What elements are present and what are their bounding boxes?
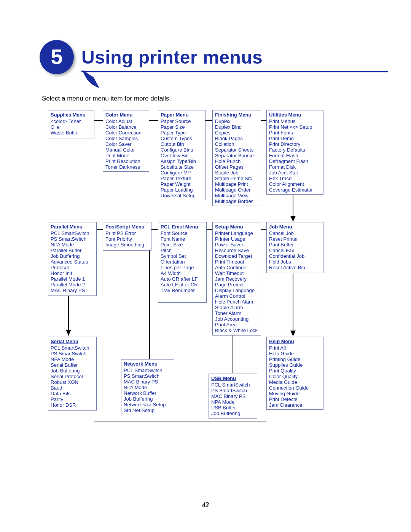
menu-item-link[interactable]: Substitute Size [161, 164, 203, 170]
menu-item-link[interactable]: Print Defects [269, 396, 321, 402]
menu-item-link[interactable]: NPA Mode [211, 399, 255, 405]
menu-item-link[interactable]: Serial Protocol [51, 374, 94, 379]
menu-item-link[interactable]: Job Buffering [211, 411, 255, 416]
menu-title-link[interactable]: Supplies Menu [51, 112, 92, 118]
menu-item-link[interactable]: Parallel Buffer [51, 248, 94, 253]
menu-item-link[interactable]: Honor DSR [51, 402, 94, 408]
menu-item-link[interactable]: MAC Binary PS [51, 288, 94, 293]
menu-item-link[interactable]: <color> Toner [51, 118, 92, 124]
menu-title-link[interactable]: Network Menu [124, 361, 172, 367]
menu-item-link[interactable]: Print All [269, 345, 321, 351]
menu-title-link[interactable]: Job Menu [269, 224, 321, 230]
menu-item-link[interactable]: Staple Alarm [215, 305, 258, 310]
menu-item-link[interactable]: Print Menus [269, 118, 321, 124]
menu-item-link[interactable]: Printing Guide [269, 356, 321, 362]
menu-item-link[interactable]: Auto Continue [215, 265, 258, 270]
menu-title-link[interactable]: PostScript Menu [105, 224, 149, 230]
menu-item-link[interactable]: MAC Binary PS [211, 393, 255, 399]
menu-item-link[interactable]: Multipage Order [215, 187, 258, 193]
menu-item-link[interactable]: Color Balance [105, 124, 147, 130]
menu-item-link[interactable]: Paper Texture [161, 176, 203, 181]
menu-item-link[interactable]: Jam Recovery [215, 276, 258, 282]
menu-title-link[interactable]: Utilities Menu [269, 112, 321, 118]
menu-item-link[interactable]: Parallel Mode 2 [51, 282, 94, 288]
menu-item-link[interactable]: NPA Mode [51, 356, 94, 362]
menu-item-link[interactable]: Print Timeout [215, 259, 258, 265]
menu-item-link[interactable]: Separator Source [215, 153, 258, 158]
menu-item-link[interactable]: Output Bin [161, 141, 203, 147]
menu-item-link[interactable]: Offset Pages [215, 164, 258, 170]
menu-item-link[interactable]: Defragment Flash [269, 158, 321, 164]
menu-item-link[interactable]: Print Quality [269, 368, 321, 374]
menu-item-link[interactable]: Print Net <x> Setup [269, 124, 321, 130]
menu-item-link[interactable]: Separator Sheets [215, 147, 258, 153]
menu-item-link[interactable]: NPA Mode [51, 242, 94, 248]
menu-item-link[interactable]: Hole Punch [215, 158, 258, 164]
menu-title-link[interactable]: Paper Menu [161, 112, 203, 118]
menu-item-link[interactable]: Robust XON [51, 379, 94, 385]
menu-item-link[interactable]: A4 Width [161, 270, 204, 276]
menu-item-link[interactable]: Std Net Setup [124, 407, 172, 413]
menu-title-link[interactable]: Setup Menu [215, 224, 258, 230]
menu-item-link[interactable]: PCL SmartSwitch [51, 230, 94, 236]
menu-title-link[interactable]: Help Menu [269, 339, 321, 344]
menu-item-link[interactable]: Network Buffer [124, 390, 172, 396]
menu-item-link[interactable]: Moving Guide [269, 391, 321, 396]
menu-item-link[interactable]: Color Alignment [269, 181, 321, 187]
menu-title-link[interactable]: Finishing Menu [215, 112, 258, 118]
menu-item-link[interactable]: Display Language [215, 288, 258, 293]
menu-item-link[interactable]: PCL SmartSwitch [124, 367, 172, 373]
menu-item-link[interactable]: Multipage Border [215, 198, 258, 204]
menu-title-link[interactable]: Color Menu [105, 112, 147, 118]
menu-title-link[interactable]: Serial Menu [51, 339, 94, 344]
menu-item-link[interactable]: Blank Pages [215, 136, 258, 141]
menu-item-link[interactable]: Advanced Status [51, 259, 94, 265]
menu-item-link[interactable]: Serial Buffer [51, 362, 94, 368]
menu-title-link[interactable]: Parallel Menu [51, 224, 94, 230]
menu-item-link[interactable]: Print Demo [269, 136, 321, 141]
menu-item-link[interactable]: Resource Save [215, 248, 258, 253]
menu-item-link[interactable]: Color Adjust [105, 118, 147, 124]
menu-item-link[interactable]: Help Guide [269, 351, 321, 356]
menu-item-link[interactable]: Color Samples [105, 136, 147, 141]
menu-item-link[interactable]: Auto CR after LF [161, 276, 204, 282]
menu-item-link[interactable]: PS SmartSwitch [51, 351, 94, 356]
menu-item-link[interactable]: Format Disk [269, 164, 321, 170]
menu-item-link[interactable]: Jam Clearance [269, 402, 321, 408]
menu-item-link[interactable]: Power Saver [215, 242, 258, 248]
menu-item-link[interactable]: Lines per Page [161, 265, 204, 270]
menu-item-link[interactable]: Collation [215, 141, 258, 147]
menu-item-link[interactable]: Multipage Print [215, 181, 258, 187]
menu-item-link[interactable]: Paper Loading [161, 187, 203, 193]
menu-item-link[interactable]: Multipage View [215, 193, 258, 198]
menu-item-link[interactable]: Color Saver [105, 141, 147, 147]
menu-item-link[interactable]: Assign Type/Bin [161, 158, 203, 164]
menu-item-link[interactable]: Held Jobs [269, 259, 321, 265]
menu-item-link[interactable]: Print Fonts [269, 130, 321, 136]
menu-item-link[interactable]: Configure Bins [161, 147, 203, 153]
menu-item-link[interactable]: Printer Language [215, 230, 258, 236]
menu-item-link[interactable]: Paper Type [161, 130, 203, 136]
menu-item-link[interactable]: Staple Prime Src [215, 176, 258, 181]
menu-item-link[interactable]: Printer Usage [215, 236, 258, 242]
menu-item-link[interactable]: Job Acct Stat [269, 170, 321, 176]
menu-item-link[interactable]: Print Buffer [269, 242, 321, 248]
menu-item-link[interactable]: Alarm Control [215, 293, 258, 299]
menu-item-link[interactable]: PCL SmartSwitch [211, 382, 255, 388]
menu-item-link[interactable]: MAC Binary PS [124, 379, 172, 385]
menu-item-link[interactable]: Job Buffering [124, 396, 172, 402]
menu-item-link[interactable]: Toner Alarm [215, 310, 258, 316]
menu-item-link[interactable]: Download Target [215, 253, 258, 259]
menu-item-link[interactable]: Reset Active Bin [269, 265, 321, 270]
menu-item-link[interactable]: Network <x> Setup [124, 402, 172, 407]
menu-item-link[interactable]: Wait Timeout [215, 270, 258, 276]
menu-item-link[interactable]: Pitch [161, 248, 204, 253]
menu-item-link[interactable]: USB Buffer [211, 405, 255, 411]
menu-item-link[interactable]: Overflow Bin [161, 153, 203, 158]
menu-item-link[interactable]: Oiler [51, 124, 92, 130]
menu-item-link[interactable]: Print Directory [269, 141, 321, 147]
menu-item-link[interactable]: Job Buffering [51, 368, 94, 374]
menu-item-link[interactable]: Font Source [161, 230, 204, 236]
menu-item-link[interactable]: NPA Mode [124, 385, 172, 390]
menu-item-link[interactable]: Cancel Fax [269, 248, 321, 253]
